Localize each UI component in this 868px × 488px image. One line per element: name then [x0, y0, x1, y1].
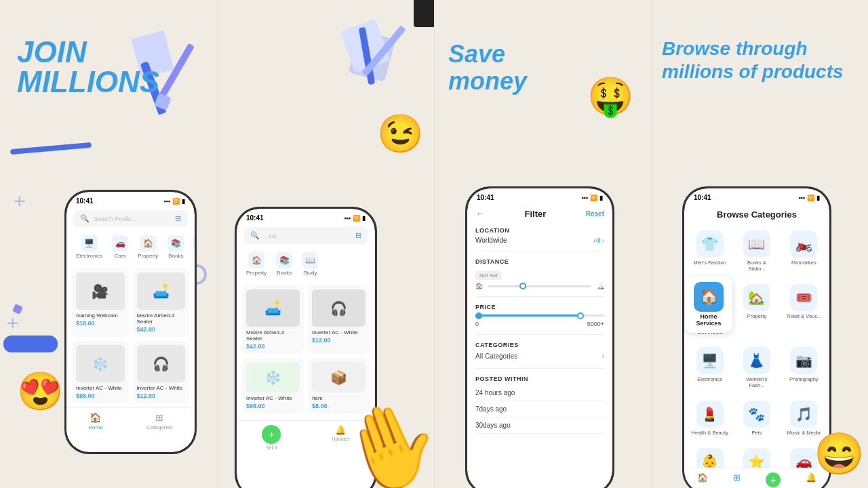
- product-airbed-2[interactable]: 🛋️ Mezire Airbed-3 Seater $42.00: [242, 285, 304, 354]
- emoji-laugh: 😄: [814, 430, 865, 478]
- distance-badge: Not Set: [475, 271, 502, 280]
- back-arrow[interactable]: ←: [475, 208, 485, 219]
- cat-electronics-icon: 🖥️: [81, 235, 98, 251]
- phone-screen-1: 10:41 ▪▪▪ 🛜 ▮ 🔍 Search Produ... ⊟ 🖥️ Ele…: [66, 192, 195, 452]
- cat-pets[interactable]: 🐾 Pets: [735, 396, 778, 440]
- location-value-row[interactable]: Worldwide All ›: [475, 237, 604, 244]
- cat-home-tooltip-label: HomeServices: [692, 314, 726, 327]
- cat-ticket-icon: 🎟️: [790, 284, 817, 311]
- phone-screen-4: 10:41 ▪▪▪ 🛜 ▮ Browse Categories 👕 Men's …: [684, 188, 829, 488]
- product-airbed[interactable]: 🛋️ Mezire Airbed-3 Seater $42.00: [133, 268, 190, 337]
- reset-btn[interactable]: Reset: [586, 210, 604, 218]
- cat-womens-fashion-icon: 👗: [743, 347, 770, 374]
- bottom-nav-1: 🏠 Home ⊞ Categories: [66, 407, 195, 436]
- product-headphones-name: Inverter AC - White: [137, 385, 186, 391]
- distance-thumb[interactable]: [519, 283, 526, 289]
- sell-plus-btn[interactable]: +: [766, 472, 781, 487]
- filter-location-section: LOCATION Worldwide All ›: [475, 227, 604, 251]
- cat-study[interactable]: 📖 Study: [189, 232, 195, 262]
- cat-study-2[interactable]: 📖 Study: [298, 249, 322, 279]
- product-headphones[interactable]: 🎧 Inverter AC - White $12.00: [133, 341, 190, 403]
- nav-categories-label-1: Categories: [146, 424, 173, 430]
- nav-sell-4[interactable]: +: [766, 472, 781, 487]
- signal-icon: ▪▪▪: [163, 198, 170, 205]
- price-slider[interactable]: [475, 314, 604, 317]
- nav-sell-2[interactable]: + Sell it: [262, 425, 281, 450]
- product-ac2-price-2: $98.00: [246, 403, 300, 409]
- filter-header: ← Filter Reset: [467, 204, 612, 223]
- product-airbed-price: $42.00: [137, 326, 186, 333]
- cat-books-statio[interactable]: 📖 Books & Statio...: [735, 226, 778, 276]
- status-icons-4: ▪▪▪ 🛜 ▮: [798, 195, 820, 201]
- cat-property-browse-icon: 🏡: [743, 284, 770, 311]
- time-3: 10:41: [477, 194, 494, 201]
- product-headphones-2[interactable]: 🎧 Inverter AC - White $12.00: [308, 285, 370, 354]
- posted-30d[interactable]: 30days ago: [475, 418, 604, 434]
- product-headphones-img-2: 🎧: [312, 289, 366, 327]
- product-ac-img: ❄️: [76, 345, 125, 382]
- cat-ticket[interactable]: 🎟️ Ticket & Vouc...: [783, 280, 825, 339]
- posted-7d[interactable]: 7days ago: [475, 401, 604, 418]
- time-2: 10:41: [246, 214, 264, 222]
- cat-home-services[interactable]: 🏠 HomeServices 🏠 HomeServices: [688, 280, 731, 339]
- nav-home-4[interactable]: 🏠: [697, 472, 708, 487]
- product-headphones-price-2: $12.00: [312, 337, 366, 344]
- nav-categories-1[interactable]: ⊞ Categories: [146, 412, 173, 430]
- product-grid-2: 🛋️ Mezire Airbed-3 Seater $42.00 🎧 Inver…: [237, 281, 375, 418]
- cat-health-beauty[interactable]: 💄 Health & Beauty: [688, 396, 731, 440]
- cat-books[interactable]: 📚 Books: [163, 232, 188, 262]
- price-max: 5000+: [587, 321, 604, 327]
- filter-icon-1[interactable]: ⊟: [175, 214, 181, 223]
- search-icon-2: 🔍: [250, 231, 260, 240]
- cat-mens-fashion[interactable]: 👕 Men's Fashion: [688, 226, 731, 276]
- cat-mens-label: Men's Fashion: [693, 260, 726, 266]
- categories-filter-value[interactable]: All Categories ›: [475, 351, 604, 361]
- cat-photography[interactable]: 📷 Photography: [783, 343, 825, 392]
- price-thumb-right[interactable]: [577, 312, 584, 319]
- categories-selected: All Categories: [475, 352, 517, 360]
- product-ac[interactable]: ❄️ Inverter AC - White $98.00: [72, 341, 129, 403]
- time-4: 10:41: [694, 194, 711, 201]
- posted-label: POSTED WITHIN: [475, 375, 604, 382]
- signal-4: ▪▪▪: [798, 195, 805, 201]
- nav-home-1[interactable]: 🏠 Home: [88, 412, 102, 430]
- posted-24h[interactable]: 24 hours ago: [475, 385, 604, 401]
- filter-btn-2[interactable]: ⊟: [355, 231, 361, 240]
- product-airbed-name: Mezire Airbed-3 Seater: [137, 312, 186, 325]
- phone-screen-3: 10:41 ▪▪▪ 🛜 ▮ ← Filter Reset LOCATION: [467, 188, 612, 488]
- cat-books-2[interactable]: 📚 Books: [272, 249, 296, 279]
- search-text-2: ...cts: [264, 232, 351, 239]
- product-blank-2[interactable]: 📦 Item $8.00: [308, 358, 370, 413]
- cat-books-statio-label: Books & Statio...: [738, 260, 775, 272]
- sell-btn[interactable]: +: [262, 425, 281, 444]
- product-airbed-price-2: $42.00: [246, 343, 300, 350]
- cat-property-2[interactable]: 🏠 Property: [242, 249, 271, 279]
- product-webcam[interactable]: 🎥 Gaming Webcam $18.00: [72, 268, 129, 337]
- price-label: PRICE: [475, 304, 604, 310]
- cat-womens-fashion[interactable]: 👗 Women's Fash...: [735, 343, 778, 392]
- cat-cars[interactable]: 🚗 Cars: [108, 232, 132, 262]
- cat-pets-icon: 🐾: [743, 401, 770, 428]
- product-headphones-price: $12.00: [137, 392, 186, 399]
- product-blank-img-2: 📦: [312, 362, 366, 392]
- product-ac2-2[interactable]: ❄️ Inverter AC - White $98.00: [242, 358, 304, 413]
- location-all: All ›: [594, 237, 605, 244]
- cat-electronics-browse[interactable]: 🖥️ Electronics: [688, 343, 731, 392]
- cat-electronics[interactable]: 🖥️ Electronics: [72, 232, 106, 262]
- product-webcam-price: $18.00: [76, 320, 125, 327]
- search-bar-1[interactable]: 🔍 Search Produ... ⊟: [73, 210, 188, 227]
- price-thumb-left[interactable]: [475, 312, 482, 319]
- cat-property-browse[interactable]: 🏡 Property: [735, 280, 778, 339]
- filter-categories-section: CATEGORIES All Categories ›: [475, 342, 604, 369]
- product-ac2-img-2: ❄️: [246, 362, 300, 392]
- distance-slider[interactable]: 🏠 🏔️: [475, 283, 604, 289]
- nav-home-icon-4: 🏠: [697, 472, 708, 483]
- cat-motorbikes[interactable]: 🏍️ Motorbikes: [783, 226, 825, 276]
- filter-price-section: PRICE 0 5000+: [475, 304, 604, 335]
- cat-property[interactable]: 🏠 Property: [134, 232, 162, 262]
- nav-categories-4[interactable]: ⊞: [733, 472, 741, 487]
- cat-music-media-icon: 🎵: [790, 401, 817, 428]
- product-grid-1: 🎥 Gaming Webcam $18.00 🛋️ Mezire Airbed-…: [66, 264, 195, 407]
- cat-property-browse-label: Property: [747, 313, 766, 319]
- search-bar-2[interactable]: 🔍 ...cts ⊟: [243, 227, 368, 244]
